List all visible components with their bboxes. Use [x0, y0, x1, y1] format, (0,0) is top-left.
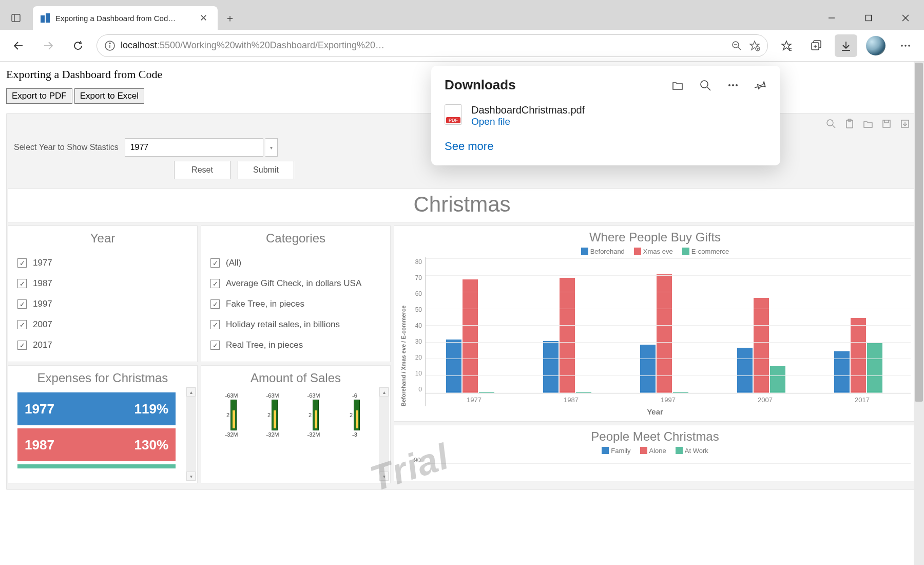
expense-row-next[interactable]	[17, 464, 176, 468]
year-panel-title: Year	[17, 231, 188, 246]
export-pdf-button[interactable]: Export to PDF	[6, 88, 72, 104]
back-button[interactable]	[7, 34, 30, 57]
address-bar[interactable]: localhost:5500/Working%20with%20Dashboar…	[97, 34, 768, 57]
expense-row-1987[interactable]: 1987 130%	[17, 428, 176, 461]
close-window-button[interactable]	[887, 6, 924, 30]
svg-point-42	[736, 84, 738, 86]
downloads-more-icon[interactable]	[727, 79, 739, 91]
browser-tab-strip: Exporting a Dashboard from Cod… ✕ ＋	[0, 0, 924, 30]
bar-beforehand-2007[interactable]	[737, 348, 753, 393]
browser-tab-active[interactable]: Exporting a Dashboard from Cod… ✕	[33, 6, 218, 30]
expense-row-1977[interactable]: 1977 119%	[17, 392, 176, 425]
checkbox-icon[interactable]: ✓	[210, 279, 220, 288]
bar-beforehand-2017[interactable]	[834, 351, 850, 393]
downloads-button[interactable]	[835, 34, 857, 57]
add-favorite-icon[interactable]	[749, 40, 760, 51]
checkbox-icon[interactable]: ✓	[17, 320, 27, 329]
open-icon[interactable]	[863, 119, 873, 129]
bar-xmas-eve-2007[interactable]	[754, 298, 769, 393]
downloads-popover: Downloads DashboardChristmas.pdf Open fi…	[431, 66, 780, 165]
x-tick: 1997	[661, 396, 676, 404]
tab-actions-button[interactable]	[4, 6, 28, 30]
zoom-out-icon[interactable]	[732, 41, 742, 51]
scrollbar-thumb[interactable]	[915, 63, 923, 402]
downloads-folder-icon[interactable]	[671, 79, 684, 91]
downloads-see-more-link[interactable]: See more	[445, 140, 767, 153]
tab-close-button[interactable]: ✕	[197, 12, 210, 24]
category-check-1[interactable]: ✓Average Gift Check, in dollars USA	[210, 273, 381, 294]
new-tab-button[interactable]: ＋	[218, 6, 242, 30]
x-tick: 2017	[855, 396, 870, 404]
submit-button[interactable]: Submit	[238, 161, 294, 179]
checkbox-icon[interactable]: ✓	[210, 320, 220, 329]
category-check-0[interactable]: ✓(All)	[210, 253, 381, 273]
scroll-up-icon[interactable]: ▴	[379, 387, 389, 397]
bar-xmas-eve-1977[interactable]	[463, 279, 478, 393]
svg-rect-0	[12, 14, 20, 22]
bar-beforehand-1977[interactable]	[446, 340, 461, 393]
search-icon[interactable]	[826, 119, 836, 129]
checkbox-icon[interactable]: ✓	[17, 341, 27, 350]
profile-avatar[interactable]	[864, 34, 887, 57]
year-check-1987[interactable]: ✓1987	[17, 273, 188, 294]
bar-e-commerce-2007[interactable]	[770, 366, 785, 393]
year-check-1997[interactable]: ✓1997	[17, 294, 188, 314]
svg-point-30	[908, 45, 910, 47]
bar-beforehand-1987[interactable]	[543, 341, 559, 393]
year-label: 1997	[33, 299, 52, 309]
chart1-ylabel: Beforehand / Xmas eve / E-commerce	[399, 257, 408, 406]
site-info-icon[interactable]	[104, 40, 116, 51]
export-icon[interactable]	[900, 119, 910, 129]
bar-beforehand-1997[interactable]	[640, 345, 656, 393]
downloads-search-icon[interactable]	[699, 79, 711, 91]
download-item[interactable]: DashboardChristmas.pdf Open file	[445, 104, 767, 127]
refresh-button[interactable]	[67, 34, 89, 57]
page-scrollbar[interactable]	[914, 62, 924, 565]
svg-rect-5	[866, 15, 872, 21]
year-check-1977[interactable]: ✓1977	[17, 253, 188, 273]
year-label: 2017	[33, 340, 52, 350]
save-icon[interactable]	[881, 119, 892, 129]
dashboard-shell: Select Year to Show Stastics ▾ Reset Sub…	[6, 113, 918, 490]
scroll-down-icon[interactable]: ▾	[186, 472, 196, 481]
year-check-2007[interactable]: ✓2007	[17, 314, 188, 335]
menu-button[interactable]	[894, 34, 917, 57]
chart1-title: Where People Buy Gifts	[399, 230, 911, 244]
checkbox-icon[interactable]: ✓	[17, 258, 27, 268]
scroll-up-icon[interactable]: ▴	[186, 387, 196, 397]
downloads-pin-icon[interactable]	[755, 79, 767, 91]
download-open-file-link[interactable]: Open file	[471, 116, 585, 127]
checkbox-icon[interactable]: ✓	[210, 299, 220, 309]
category-label: Fake Tree, in pieces	[226, 299, 304, 309]
export-excel-button[interactable]: Export to Excel	[74, 88, 144, 104]
category-check-2[interactable]: ✓Fake Tree, in pieces	[210, 294, 381, 314]
checkbox-icon[interactable]: ✓	[17, 299, 27, 309]
minimize-button[interactable]	[813, 6, 850, 30]
categories-panel-title: Categories	[210, 231, 381, 246]
scroll-down-icon[interactable]: ▾	[379, 472, 389, 481]
x-tick: 2007	[758, 396, 773, 404]
checkbox-icon[interactable]: ✓	[210, 341, 220, 350]
checkbox-icon[interactable]: ✓	[210, 258, 220, 268]
svg-rect-2	[41, 15, 45, 23]
svg-point-31	[827, 120, 833, 126]
category-check-3[interactable]: ✓Holiday retail sales, in billions	[210, 314, 381, 335]
expenses-scrollbar[interactable]: ▴▾	[186, 387, 196, 481]
bar-e-commerce-2017[interactable]	[867, 343, 882, 393]
year-check-2017[interactable]: ✓2017	[17, 335, 188, 355]
forward-button[interactable]	[37, 34, 60, 57]
bar-xmas-eve-2017[interactable]	[851, 318, 866, 393]
clipboard-icon[interactable]	[844, 119, 855, 129]
reset-button[interactable]: Reset	[174, 161, 230, 179]
collections-button[interactable]	[805, 34, 827, 57]
year-select-input[interactable]	[125, 138, 263, 157]
svg-point-40	[728, 84, 730, 86]
favorites-button[interactable]	[775, 34, 798, 57]
sales-scrollbar[interactable]: ▴▾	[379, 387, 389, 481]
category-check-4[interactable]: ✓Real Tree, in pieces	[210, 335, 381, 355]
year-select-dropdown-button[interactable]: ▾	[265, 138, 278, 157]
maximize-button[interactable]	[850, 6, 887, 30]
browser-toolbar: localhost:5500/Working%20with%20Dashboar…	[0, 30, 924, 62]
checkbox-icon[interactable]: ✓	[17, 279, 27, 288]
year-label: 1977	[33, 258, 52, 268]
